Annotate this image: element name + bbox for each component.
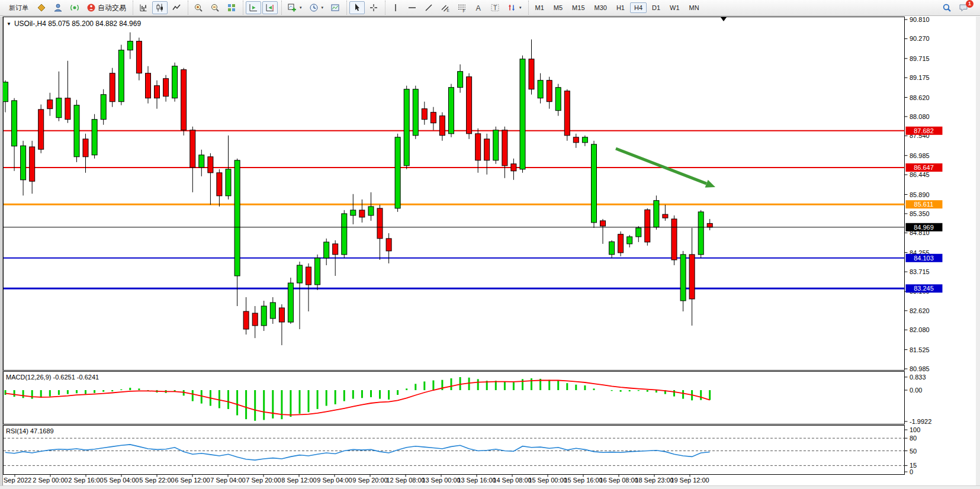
- svg-text:84.969: 84.969: [914, 224, 934, 231]
- line-chart-icon: [172, 3, 181, 12]
- text-button[interactable]: A: [471, 1, 486, 14]
- svg-text:86.445: 86.445: [910, 171, 930, 178]
- svg-text:12 Sep 08:00: 12 Sep 08:00: [386, 477, 425, 484]
- dropdown-arrow-icon[interactable]: ▾: [300, 5, 302, 10]
- candle: [582, 137, 587, 143]
- svg-text:90.810: 90.810: [910, 16, 930, 23]
- tf-mn-button[interactable]: MN: [685, 2, 703, 13]
- trendline-button[interactable]: [421, 1, 436, 14]
- svg-text:50: 50: [910, 448, 917, 455]
- candle: [439, 116, 445, 136]
- toolbar-group: 新订单自动交易: [2, 1, 131, 15]
- candle: [234, 160, 240, 276]
- crosshair-button[interactable]: [366, 1, 381, 14]
- price-badge: 84.969: [906, 223, 943, 231]
- line-chart-button[interactable]: [169, 1, 184, 14]
- candle: [493, 130, 499, 160]
- candle: [449, 88, 454, 134]
- search-button[interactable]: [939, 1, 955, 14]
- tf-m1-button-label: M1: [535, 4, 544, 11]
- candle: [208, 157, 213, 173]
- community-button[interactable]: [50, 1, 66, 14]
- text-label-icon: T: [490, 3, 500, 12]
- chart-shift-button[interactable]: [262, 1, 278, 14]
- tf-m1-button[interactable]: M1: [531, 2, 548, 13]
- tf-h1-button-label: H1: [616, 4, 625, 11]
- bar-chart-button[interactable]: [136, 1, 151, 14]
- candle: [467, 77, 472, 134]
- tile-windows-button[interactable]: [224, 1, 239, 14]
- candle: [484, 139, 490, 160]
- market-button[interactable]: [34, 1, 49, 14]
- svg-text:15 Sep 16:00: 15 Sep 16:00: [564, 477, 602, 484]
- tf-d1-button[interactable]: D1: [648, 2, 664, 13]
- candle: [458, 72, 463, 88]
- candle: [430, 112, 436, 123]
- arrows-button[interactable]: ▾: [504, 1, 525, 14]
- candle: [502, 130, 507, 166]
- svg-text:9 Sep 04:00: 9 Sep 04:00: [317, 477, 352, 484]
- tf-w1-button[interactable]: W1: [666, 2, 684, 13]
- periods-button[interactable]: ▾: [306, 1, 327, 14]
- candle: [377, 208, 383, 239]
- chart-title-bar: ▼USOil-,H4 85.075 85.200 84.882 84.969: [7, 20, 141, 28]
- candle: [3, 82, 8, 102]
- channel-icon: E: [441, 3, 450, 12]
- svg-text:81.525: 81.525: [910, 346, 930, 353]
- candle: [636, 228, 641, 237]
- new-order-button[interactable]: 新订单: [5, 2, 33, 14]
- horizontal-line-button[interactable]: [404, 1, 420, 14]
- chart-canvas[interactable]: 90.81090.27089.71589.17588.62088.08087.5…: [0, 0, 980, 489]
- macd-label: MACD(12,26,9) -0.6251 -0.6241: [6, 374, 99, 381]
- text-label-button[interactable]: T: [487, 1, 503, 14]
- tf-m15-button-label: M15: [572, 4, 584, 11]
- zoom-in-icon: [194, 3, 203, 12]
- candle: [163, 79, 169, 96]
- candle: [47, 100, 53, 109]
- auto-scroll-button[interactable]: [246, 1, 261, 14]
- tf-m30-button[interactable]: M30: [590, 2, 611, 13]
- svg-text:13 Sep 16:00: 13 Sep 16:00: [457, 477, 496, 484]
- candle: [663, 214, 668, 218]
- zoom-out-button[interactable]: [207, 1, 223, 14]
- candle: [511, 164, 516, 171]
- tf-m5-button[interactable]: M5: [550, 2, 567, 13]
- svg-text:1 Sep 2022: 1 Sep 2022: [0, 477, 31, 484]
- signals-button[interactable]: [67, 1, 82, 14]
- dropdown-arrow-icon[interactable]: ▾: [519, 5, 522, 10]
- cursor-button[interactable]: [349, 1, 365, 14]
- candle: [136, 41, 142, 73]
- svg-text:9 Sep 20:00: 9 Sep 20:00: [352, 477, 387, 484]
- zoom-in-button[interactable]: [191, 1, 206, 14]
- status-strip: [0, 485, 980, 489]
- candlestick-button[interactable]: [152, 1, 168, 14]
- candle: [368, 207, 374, 215]
- tf-h4-button[interactable]: H4: [630, 2, 647, 13]
- svg-text:7 Sep 20:00: 7 Sep 20:00: [246, 477, 281, 484]
- fibonacci-button[interactable]: F: [454, 1, 470, 14]
- toolbar-group: ▾▾: [281, 1, 345, 15]
- bar-chart-icon: [139, 3, 148, 12]
- arrows-icon: [507, 3, 516, 12]
- trendline-icon: [424, 3, 433, 12]
- indicators-button[interactable]: ▾: [284, 1, 305, 14]
- tf-mn-button-label: MN: [689, 4, 699, 11]
- tf-m15-button[interactable]: M15: [568, 2, 589, 13]
- tf-h1-button[interactable]: H1: [612, 2, 629, 13]
- vertical-line-button[interactable]: [388, 1, 403, 14]
- svg-text:85.350: 85.350: [910, 210, 930, 217]
- autotrading-button[interactable]: 自动交易: [83, 1, 129, 15]
- svg-text:19 Sep 12:00: 19 Sep 12:00: [670, 477, 709, 484]
- svg-text:7 Sep 04:00: 7 Sep 04:00: [210, 477, 245, 484]
- svg-text:80: 80: [910, 435, 917, 442]
- candle: [333, 244, 338, 255]
- rsi-panel: [4, 426, 905, 475]
- cursor-icon: [352, 3, 362, 12]
- candle: [226, 169, 231, 196]
- notifications-button[interactable]: 1: [956, 1, 971, 14]
- templates-button[interactable]: [327, 1, 343, 14]
- candle: [56, 98, 62, 118]
- dropdown-arrow-icon[interactable]: ▾: [322, 5, 324, 10]
- channel-button[interactable]: E: [438, 1, 453, 14]
- collapse-icon[interactable]: ▼: [7, 21, 11, 27]
